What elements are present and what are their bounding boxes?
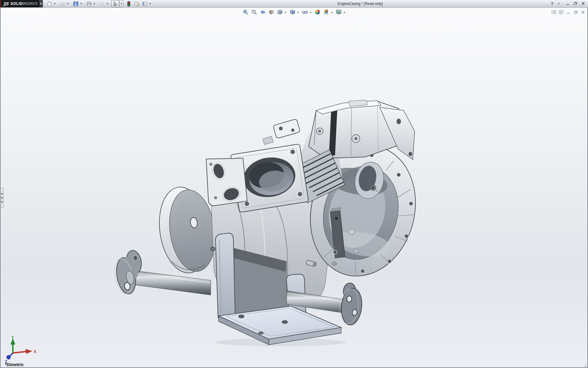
print-icon [86, 1, 92, 6]
doc-minimize-icon [566, 10, 571, 15]
graphics-viewport[interactable]: Y X Z *Dimetric [0, 8, 588, 368]
file-properties-button[interactable] [133, 0, 141, 7]
close-window-button[interactable] [581, 1, 586, 7]
edit-appearance-icon [315, 9, 320, 16]
options-dropdown[interactable] [149, 1, 152, 7]
undo-icon [100, 1, 105, 6]
hide-show-items-button[interactable] [301, 9, 309, 17]
doc-minimize-button[interactable] [566, 10, 571, 16]
zoom-to-area-icon [251, 9, 257, 16]
view-orientation-icon [277, 9, 283, 16]
select-button[interactable] [111, 0, 119, 7]
restore-window-icon [573, 1, 578, 6]
pane-left-icon [552, 10, 556, 15]
apply-scene-button[interactable] [322, 9, 330, 17]
select-dropdown[interactable] [119, 0, 123, 7]
save-icon [73, 1, 78, 6]
resize-grip[interactable] [583, 363, 587, 367]
doc-restore-icon [574, 10, 578, 15]
solidworks-window: ƷS SOLID WORKS EngineCasing * [Read-only… [0, 0, 588, 368]
triad-x-label: X [34, 349, 36, 354]
doc-restore-button[interactable] [573, 10, 578, 16]
titlebar: ƷS SOLID WORKS EngineCasing * [Read-only… [0, 0, 588, 8]
view-settings-dropdown[interactable] [343, 10, 346, 16]
open-document-button[interactable] [58, 0, 66, 7]
titlebar-controls: ? [550, 0, 586, 7]
options-button[interactable] [141, 0, 149, 7]
document-controls [551, 10, 586, 16]
window-border-left [0, 7, 1, 368]
previous-view-button[interactable] [258, 9, 267, 17]
open-document-dropdown[interactable] [66, 1, 70, 7]
dassault-logo-icon: ƷS [3, 1, 9, 6]
minimize-window-button[interactable] [565, 1, 570, 7]
open-document-icon [60, 1, 65, 6]
new-document-button[interactable] [45, 0, 53, 7]
hide-show-items-icon [302, 9, 308, 16]
model-upper-bracket[interactable] [260, 119, 301, 145]
doc-close-icon [581, 10, 585, 15]
brand-name-bold: SOLID [10, 2, 23, 6]
collapse-arrow-icon [1, 197, 2, 199]
print-dropdown[interactable] [93, 1, 96, 7]
undo-dropdown[interactable] [106, 1, 109, 7]
minimize-window-icon [566, 1, 570, 6]
pane-left-button[interactable] [551, 10, 556, 16]
window-title: EngineCasing * [Read-only] [326, 0, 394, 7]
print-button[interactable] [85, 0, 93, 7]
collapse-arrow-icon [1, 201, 2, 203]
restore-window-button[interactable] [573, 1, 578, 7]
triad-y-label: Y [11, 335, 14, 340]
display-style-button[interactable] [288, 9, 297, 17]
pane-right-icon [559, 10, 564, 15]
help-menu-button[interactable]: ? [550, 1, 555, 7]
rebuild-icon [126, 1, 131, 6]
collapse-arrow-icon [1, 193, 2, 195]
previous-view-icon [260, 9, 266, 16]
view-settings-button[interactable] [334, 9, 343, 17]
section-view-icon [268, 9, 274, 16]
display-style-dropdown[interactable] [297, 10, 300, 16]
save-dropdown[interactable] [80, 1, 83, 7]
zoom-to-fit-button[interactable] [241, 9, 250, 17]
new-document-icon [47, 1, 52, 6]
main-toolbar [43, 0, 154, 7]
model-manifold-bracket[interactable] [205, 156, 247, 206]
undo-button[interactable] [98, 0, 106, 7]
zoom-to-area-button[interactable] [250, 9, 258, 17]
close-window-icon [581, 1, 585, 6]
orientation-triad: Y X Z [1, 335, 44, 364]
zoom-to-fit-icon [243, 9, 248, 16]
apply-scene-dropdown[interactable] [330, 10, 334, 16]
view-settings-icon [336, 9, 341, 16]
view-orientation-label: *Dimetric [5, 362, 24, 367]
apply-scene-icon [323, 9, 329, 16]
file-properties-icon [134, 1, 139, 6]
hide-show-items-dropdown[interactable] [309, 10, 312, 16]
new-document-dropdown[interactable] [53, 1, 56, 7]
headsup-toolbar [241, 9, 347, 17]
section-view-button[interactable] [267, 9, 276, 17]
menu-expand-arrow-icon[interactable] [39, 0, 43, 7]
help-menu-icon: ? [551, 1, 554, 6]
help-menu-dropdown[interactable] [557, 1, 560, 7]
view-orientation-dropdown[interactable] [284, 10, 287, 16]
pane-right-button[interactable] [559, 10, 564, 16]
doc-close-button[interactable] [581, 10, 586, 16]
rebuild-button[interactable] [125, 0, 133, 7]
save-button[interactable] [72, 0, 80, 7]
model-bolt-head[interactable] [211, 247, 215, 251]
brand-name-light: WORKS [23, 2, 38, 6]
options-icon [142, 1, 147, 6]
solidworks-logo[interactable]: ƷS SOLID WORKS [0, 0, 39, 7]
edit-appearance-button[interactable] [313, 9, 322, 17]
engine-casing-model[interactable] [0, 8, 588, 368]
select-icon [113, 1, 118, 6]
view-orientation-button[interactable] [276, 9, 284, 17]
display-style-icon [289, 9, 295, 16]
